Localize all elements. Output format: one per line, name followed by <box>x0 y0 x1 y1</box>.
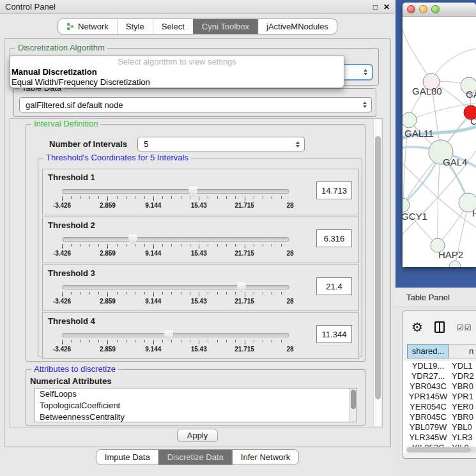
slider-tick-labels: -3.4262.8599.14415.4321.71528 <box>62 346 290 353</box>
threshold-4-box: Threshold 4 -3.4262.8599.14415.4321.7152… <box>42 312 359 359</box>
threshold-label: Threshold 1 <box>48 173 95 182</box>
tab-label: jActiveMNodules <box>266 22 328 31</box>
threshold-slider-track[interactable] <box>62 189 289 194</box>
tab-discretize-data[interactable]: Discretize Data <box>158 450 232 464</box>
table-panel-titlebar: Table Panel <box>395 288 476 307</box>
network-edge[interactable] <box>403 29 431 82</box>
list-item[interactable]: TopologicalCoefficient <box>35 400 357 411</box>
bottom-tab-bar: Impute Data Discretize Data Infer Networ… <box>96 449 299 465</box>
network-node-label: HAP2 <box>438 249 463 260</box>
tab-label: Impute Data <box>105 452 150 462</box>
cyni-main-panel: Discretization Algorithm Select algorith… <box>4 38 391 447</box>
threshold-slider-handle[interactable] <box>188 187 197 197</box>
table-row[interactable]: YPR145WYPR1 <box>403 392 476 402</box>
settings-scrollbar[interactable] <box>373 119 381 426</box>
right-side: GAL80GACGAL11GAL4GCY1HHAP2 Table Panel ⚙… <box>395 0 476 476</box>
gear-icon[interactable]: ⚙ <box>411 319 423 335</box>
table-panel-title: Table Panel <box>406 293 450 302</box>
threshold-value-input[interactable] <box>316 277 352 295</box>
algorithm-option-manual[interactable]: Manual Discretization <box>10 67 344 77</box>
number-of-intervals-combobox[interactable]: 5 <box>137 137 305 151</box>
threshold-slider-track[interactable] <box>62 237 289 242</box>
settings-scroll-area: Interval Definition Number of Intervals … <box>10 118 383 427</box>
table-row[interactable]: YLR345WYLR3 <box>403 433 476 443</box>
checkboxes-icon[interactable]: ☑☑ <box>457 323 472 332</box>
apply-button[interactable]: Apply <box>177 429 218 442</box>
network-svg: GAL80GACGAL11GAL4GCY1HHAP2 <box>403 17 476 267</box>
slider-tick-labels: -3.4262.8599.14415.4321.71528 <box>62 202 290 210</box>
table-row[interactable]: YER054CYER0 <box>403 402 476 412</box>
threshold-label: Threshold 2 <box>48 220 95 230</box>
tab-label: Style <box>126 22 144 31</box>
tab-infer-network[interactable]: Infer Network <box>232 450 298 464</box>
table-row[interactable]: YBR043CYBR0 <box>403 381 476 392</box>
threshold-label: Threshold 3 <box>48 268 95 278</box>
combo-stepper-icon <box>296 141 300 148</box>
number-of-intervals-label: Number of Intervals <box>49 139 127 149</box>
threshold-slider-handle[interactable] <box>164 330 173 341</box>
close-traffic-light-icon[interactable] <box>407 5 415 13</box>
network-node-label: GAL80 <box>412 86 442 96</box>
threshold-slider-track[interactable] <box>62 285 289 289</box>
thresholds-group: Threshold's Coordinates for 5 Intervals … <box>38 158 362 357</box>
table-horizontal-scrollbar[interactable] <box>406 447 476 453</box>
combo-stepper-icon <box>364 69 367 75</box>
threshold-3-box: Threshold 3 -3.4262.8599.14415.4321.7152… <box>42 265 359 311</box>
table-row[interactable]: YDL19...YDL1 <box>403 361 476 371</box>
threshold-slider-handle[interactable] <box>237 282 246 293</box>
control-panel-title: Control Panel <box>5 2 56 12</box>
threshold-value-input[interactable] <box>316 229 352 247</box>
threshold-value-input[interactable] <box>316 181 352 199</box>
threshold-1-box: Threshold 1 -3.4262.8599.14415.4321.7152… <box>42 169 359 215</box>
column-header-shared[interactable]: shared... <box>407 344 449 358</box>
float-window-icon[interactable]: □ <box>373 3 378 12</box>
tab-label: Discretize Data <box>167 452 224 462</box>
close-icon[interactable]: ✕ <box>383 3 390 12</box>
table-data-combobox[interactable]: galFiltered.sif default node <box>19 97 372 112</box>
list-scrollbar[interactable] <box>349 388 357 422</box>
tab-style[interactable]: Style <box>117 19 153 34</box>
table-row[interactable]: YBL079WYBL0 <box>403 422 476 433</box>
numerical-attributes-list: SelfLoops TopologicalCoefficient Between… <box>34 388 357 422</box>
table-panel: ⚙ ☑☑ shared... n YDL19...YDL1 YDR27...YD… <box>403 311 476 459</box>
network-window-titlebar[interactable] <box>403 3 476 17</box>
list-item[interactable]: SelfLoops <box>35 388 357 400</box>
screen: Control Panel □ ✕ Network Style Select C… <box>0 0 476 476</box>
split-column-icon[interactable] <box>434 321 445 333</box>
tab-label: Network <box>78 22 109 31</box>
network-icon <box>66 22 74 31</box>
group-label: Threshold's Coordinates for 5 Intervals <box>43 153 191 162</box>
network-node[interactable] <box>449 261 461 267</box>
algorithm-option-equal-width[interactable]: Equal Width/Frequency Discretization <box>10 77 344 88</box>
tab-impute-data[interactable]: Impute Data <box>96 450 158 464</box>
slider-tick-labels: -3.4262.8599.14415.4321.71528 <box>62 250 290 257</box>
tab-label: Select <box>162 22 185 31</box>
slider-ticks <box>62 292 290 295</box>
tab-jactivemnodules[interactable]: jActiveMNodules <box>257 19 337 34</box>
table-rows: YDL19...YDL1 YDR27...YDR2 YBR043CYBR0 YP… <box>403 361 476 453</box>
threshold-slider-track[interactable] <box>62 333 289 337</box>
numerical-attributes-label: Numerical Attributes <box>30 376 111 386</box>
column-header-name[interactable]: n <box>449 344 476 358</box>
minimize-traffic-light-icon[interactable] <box>419 5 427 13</box>
network-node-label: GAL4 <box>443 157 467 167</box>
group-label: Attributes to discretize <box>31 364 118 374</box>
table-row[interactable]: YBR045CYBR0 <box>403 412 476 422</box>
tab-label: Infer Network <box>241 452 290 462</box>
group-label: Discretization Algorithm <box>15 43 107 52</box>
tab-select[interactable]: Select <box>153 19 193 34</box>
tab-network[interactable]: Network <box>58 19 117 34</box>
zoom-traffic-light-icon[interactable] <box>431 5 440 13</box>
threshold-slider-handle[interactable] <box>128 234 137 245</box>
network-node-label: H <box>472 208 476 219</box>
table-row[interactable]: YDR27...YDR2 <box>403 371 476 381</box>
list-item[interactable]: BetweennessCentrality <box>35 411 357 422</box>
network-canvas[interactable]: GAL80GACGAL11GAL4GCY1HHAP2 <box>403 17 476 267</box>
network-node-label: C <box>470 116 476 127</box>
algorithm-dropdown-popup: Select algorithm to view settings Manual… <box>10 56 344 88</box>
network-node[interactable] <box>403 112 417 128</box>
interval-definition-group: Interval Definition Number of Intervals … <box>26 124 365 362</box>
slider-tick-labels: -3.4262.8599.14415.4321.71528 <box>62 298 290 305</box>
threshold-value-input[interactable] <box>316 325 352 343</box>
tab-cyni-toolbox[interactable]: Cyni Toolbox <box>193 19 257 34</box>
